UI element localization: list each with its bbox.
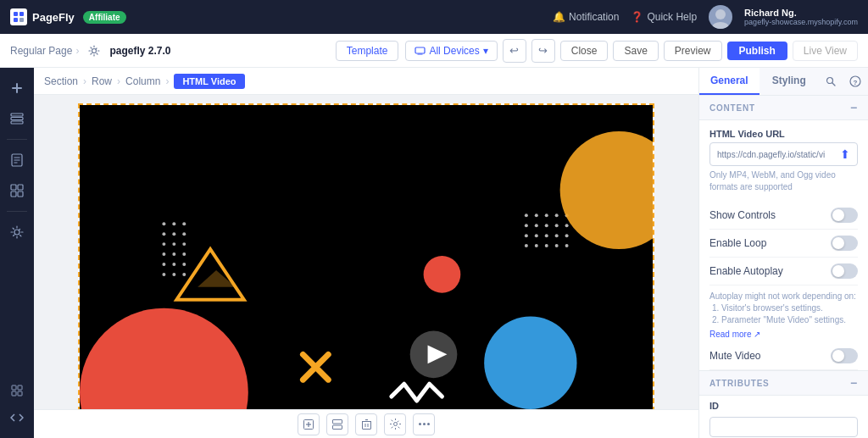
help-tab-btn[interactable]: ? bbox=[843, 69, 868, 94]
svg-line-132 bbox=[832, 83, 836, 86]
svg-rect-121 bbox=[333, 425, 342, 430]
top-nav: PageFly Affiliate Notification Quick Hel… bbox=[0, 0, 868, 34]
bc-active[interactable]: HTML Video bbox=[174, 74, 244, 89]
svg-point-61 bbox=[525, 244, 528, 247]
breadcrumb-page[interactable]: Regular Page bbox=[10, 45, 72, 57]
redo-btn[interactable]: ↪ bbox=[531, 39, 555, 63]
read-more-btn[interactable]: Read more ↗ bbox=[699, 330, 868, 339]
svg-point-44 bbox=[172, 273, 175, 276]
show-controls-toggle[interactable] bbox=[831, 208, 858, 223]
svg-point-59 bbox=[555, 234, 559, 237]
bc-column[interactable]: Column bbox=[125, 75, 160, 87]
svg-rect-21 bbox=[18, 191, 23, 197]
bc-section[interactable]: Section bbox=[44, 75, 78, 87]
svg-rect-18 bbox=[11, 185, 16, 190]
external-link-icon: ↗ bbox=[754, 330, 760, 339]
logo-text: PageFly bbox=[32, 11, 75, 24]
sidebar-pages-btn[interactable] bbox=[3, 147, 31, 174]
device-selector[interactable]: All Devices ▾ bbox=[405, 41, 497, 61]
sidebar-sep1 bbox=[7, 139, 27, 140]
section-type-btn[interactable] bbox=[326, 413, 348, 435]
bc-sep2: › bbox=[117, 75, 120, 87]
svg-point-57 bbox=[535, 234, 538, 237]
close-btn[interactable]: Close bbox=[560, 41, 609, 61]
upload-btn[interactable]: ⬆ bbox=[840, 147, 850, 161]
svg-point-46 bbox=[525, 213, 528, 217]
svg-point-35 bbox=[172, 242, 175, 246]
svg-point-4 bbox=[715, 9, 726, 19]
notification-btn[interactable]: Notification bbox=[553, 11, 619, 23]
section-settings-btn[interactable] bbox=[384, 413, 406, 435]
search-tab-btn[interactable] bbox=[819, 69, 843, 93]
top-nav-left: PageFly Affiliate bbox=[10, 8, 126, 25]
svg-point-129 bbox=[423, 423, 426, 425]
sidebar-add-btn[interactable] bbox=[3, 75, 31, 102]
help-btn[interactable]: Quick Help bbox=[631, 11, 697, 23]
canvas-frame[interactable] bbox=[78, 103, 654, 409]
video-url-value: https://cdn.pagefly.io/static/vi bbox=[717, 150, 840, 159]
svg-point-92 bbox=[424, 256, 461, 293]
tab-general[interactable]: General bbox=[699, 68, 760, 95]
mute-video-row: Mute Video bbox=[709, 342, 858, 370]
svg-point-49 bbox=[555, 213, 559, 217]
sidebar-layers-btn[interactable] bbox=[3, 105, 31, 132]
enable-autoplay-toggle[interactable] bbox=[831, 263, 858, 279]
content-collapse-btn[interactable]: − bbox=[850, 101, 858, 114]
svg-point-38 bbox=[172, 252, 175, 256]
svg-point-91 bbox=[484, 317, 576, 409]
svg-point-28 bbox=[162, 222, 165, 225]
svg-point-56 bbox=[525, 234, 528, 237]
svg-point-34 bbox=[162, 242, 165, 246]
bc-row[interactable]: Row bbox=[92, 75, 112, 87]
save-btn[interactable]: Save bbox=[613, 41, 658, 61]
publish-btn[interactable]: Publish bbox=[727, 42, 787, 60]
attributes-collapse-btn[interactable]: − bbox=[850, 376, 858, 390]
help-icon bbox=[631, 11, 643, 23]
user-info: Richard Ng. pagefly-showcase.myshopify.c… bbox=[744, 8, 858, 26]
sidebar-settings-btn[interactable] bbox=[3, 219, 31, 246]
controls-section: Show Controls Enable Loop Enable Autopla… bbox=[699, 202, 868, 286]
canvas-bottom-toolbar bbox=[34, 409, 698, 438]
svg-point-48 bbox=[545, 213, 548, 217]
live-view-btn[interactable]: Live View bbox=[793, 41, 858, 61]
settings-icon-btn[interactable] bbox=[82, 39, 106, 63]
svg-rect-120 bbox=[333, 419, 342, 424]
bc-sep3: › bbox=[165, 75, 169, 87]
show-controls-row: Show Controls bbox=[709, 202, 858, 230]
svg-rect-26 bbox=[18, 391, 22, 396]
svg-point-31 bbox=[162, 232, 165, 236]
svg-rect-1 bbox=[19, 12, 24, 16]
breadcrumb-version: pagefly 2.7.0 bbox=[109, 45, 170, 57]
breadcrumb: Regular Page › pagefly 2.7.0 bbox=[10, 39, 329, 63]
undo-btn[interactable]: ↩ bbox=[503, 39, 526, 63]
svg-point-53 bbox=[545, 224, 548, 227]
svg-point-130 bbox=[427, 423, 430, 425]
delete-btn[interactable] bbox=[355, 413, 377, 435]
tab-styling[interactable]: Styling bbox=[760, 68, 820, 95]
svg-rect-3 bbox=[19, 18, 24, 22]
svg-point-5 bbox=[712, 22, 729, 29]
preview-btn[interactable]: Preview bbox=[664, 41, 722, 61]
content-section-header: CONTENT − bbox=[699, 96, 868, 120]
sidebar-grid-btn[interactable] bbox=[3, 377, 31, 404]
show-controls-label: Show Controls bbox=[709, 209, 776, 221]
template-btn[interactable]: Template bbox=[336, 41, 399, 61]
svg-point-32 bbox=[172, 232, 175, 236]
id-input[interactable] bbox=[709, 417, 858, 437]
enable-loop-toggle[interactable] bbox=[831, 236, 858, 251]
svg-point-54 bbox=[555, 224, 559, 227]
add-section-btn[interactable] bbox=[298, 413, 320, 435]
svg-rect-19 bbox=[18, 185, 23, 190]
video-url-input[interactable]: https://cdn.pagefly.io/static/vi ⬆ bbox=[709, 142, 858, 166]
affiliate-badge: Affiliate bbox=[83, 11, 126, 24]
video-url-field: HTML Video URL https://cdn.pagefly.io/st… bbox=[699, 120, 868, 202]
sidebar-elements-btn[interactable] bbox=[3, 177, 31, 204]
svg-point-51 bbox=[525, 224, 528, 227]
svg-rect-24 bbox=[18, 385, 22, 390]
svg-rect-10 bbox=[16, 83, 18, 93]
mute-video-toggle[interactable] bbox=[831, 348, 858, 363]
svg-point-30 bbox=[182, 222, 186, 225]
svg-point-40 bbox=[162, 263, 165, 266]
sidebar-code-btn[interactable] bbox=[3, 404, 31, 431]
more-options-btn[interactable] bbox=[413, 413, 435, 435]
